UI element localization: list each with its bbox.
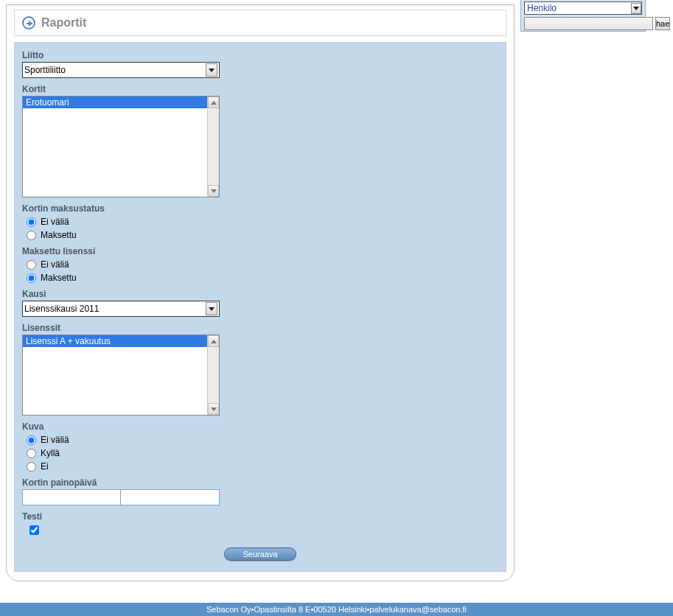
search-panel: Henkilo hae (520, 0, 646, 32)
chevron-down-icon (206, 302, 217, 315)
kuva-label: Kuva (22, 421, 498, 432)
main-panel: Raportit Liitto Sporttiliitto Kortit Ero… (6, 4, 515, 581)
radio-label: Kyllä (41, 448, 60, 458)
scrollbar[interactable] (207, 97, 219, 197)
footer-company: Sebacon Oy (206, 605, 251, 614)
kortin-maksustatus-radio-eivalia[interactable] (27, 217, 36, 227)
liitto-select-value: Sporttiliitto (24, 65, 66, 75)
testi-checkbox[interactable] (29, 525, 39, 535)
search-button[interactable]: hae (655, 17, 670, 30)
kuva-radio-ei[interactable] (27, 462, 36, 472)
kortin-painopaiva-label: Kortin painopäivä (22, 477, 498, 488)
liitto-select[interactable]: Sporttiliitto (22, 62, 220, 78)
kortin-painopaiva-from-input[interactable] (22, 489, 121, 505)
lisenssit-label: Lisenssit (22, 323, 498, 333)
search-type-value: Henkilo (527, 3, 557, 13)
scroll-up-icon[interactable] (208, 335, 219, 347)
lisenssit-item[interactable]: Lisenssi A + vakuutus (23, 335, 207, 347)
kausi-select-value: Lisenssikausi 2011 (24, 304, 99, 314)
kortit-label: Kortit (22, 84, 498, 94)
search-type-select[interactable]: Henkilo (524, 1, 642, 15)
footer: Sebacon Oy • Opastinsilta 8 E • 00520 He… (0, 603, 673, 616)
scrollbar[interactable] (207, 335, 219, 415)
footer-email[interactable]: palvelukanava@sebacon.fi (369, 605, 467, 614)
kortit-listbox[interactable]: Erotuomari (22, 96, 220, 197)
radio-label: Ei (41, 461, 49, 472)
liitto-label: Liitto (22, 50, 498, 60)
seuraava-button[interactable]: Seuraava (224, 547, 296, 561)
kortin-maksustatus-radio-maksettu[interactable] (27, 231, 36, 240)
maksettu-lisenssi-label: Maksettu lisenssi (22, 246, 498, 256)
scroll-down-icon[interactable] (208, 403, 219, 415)
kausi-select[interactable]: Lisenssikausi 2011 (22, 301, 220, 317)
scroll-up-icon[interactable] (208, 97, 219, 108)
kuva-radio-kylla[interactable] (27, 449, 36, 458)
radio-label: Ei väliä (41, 217, 69, 227)
arrow-circle-right-icon (22, 16, 35, 29)
footer-address2: 00520 Helsinki (313, 605, 366, 614)
chevron-down-icon (206, 63, 217, 77)
panel-header: Raportit (14, 10, 506, 36)
radio-label: Ei väliä (41, 259, 69, 270)
chevron-down-icon (631, 3, 641, 14)
kortit-item[interactable]: Erotuomari (23, 97, 207, 108)
kausi-label: Kausi (22, 289, 498, 299)
page-title: Raportit (41, 16, 86, 29)
maksettu-lisenssi-radio-eivalia[interactable] (27, 260, 36, 270)
lisenssit-listbox[interactable]: Lisenssi A + vakuutus (22, 335, 220, 416)
report-form: Liitto Sporttiliitto Kortit Erotuomari (14, 42, 506, 572)
radio-label: Maksettu (41, 273, 77, 283)
kuva-radio-eivalia[interactable] (27, 435, 36, 445)
radio-label: Maksettu (41, 230, 77, 240)
footer-address1: Opastinsilta 8 E (254, 605, 310, 614)
kortin-painopaiva-to-input[interactable] (121, 489, 220, 505)
scroll-down-icon[interactable] (208, 185, 219, 197)
maksettu-lisenssi-radio-maksettu[interactable] (27, 273, 36, 283)
search-input[interactable] (524, 17, 653, 30)
kortin-maksustatus-label: Kortin maksustatus (22, 203, 498, 214)
radio-label: Ei väliä (41, 435, 69, 445)
testi-label: Testi (22, 511, 498, 522)
